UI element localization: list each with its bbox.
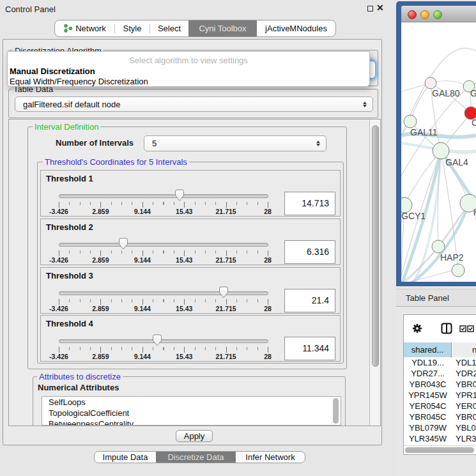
table-panel-title: Table Panel: [406, 293, 449, 303]
network-icon: [63, 24, 73, 33]
popup-item-manual-discretization[interactable]: Manual Discretization: [10, 66, 95, 76]
table-row[interactable]: YPR145WYPR1...: [404, 390, 476, 401]
slider-thumb[interactable]: [152, 334, 162, 346]
minimize-traffic-light[interactable]: [420, 10, 429, 19]
threshold-4-slider[interactable]: [59, 339, 268, 343]
tab-infer-network[interactable]: Infer Network: [236, 452, 305, 463]
threshold-1-panel: Threshold 1 -3.426 2.859 9.144 15.43 21.…: [40, 170, 341, 217]
column-header-name[interactable]: na: [452, 342, 476, 357]
threshold-2-label: Threshold 2: [46, 222, 93, 232]
node-label-hap2: HAP2: [440, 252, 464, 263]
tab-select[interactable]: Select: [150, 20, 188, 36]
table-toolbar: [404, 315, 476, 342]
threshold-3-panel: Threshold 3 -3.426 2.859 9.144 15.43 21.…: [40, 267, 341, 314]
close-icon[interactable]: ✕: [376, 3, 384, 13]
select-columns-icon[interactable]: [459, 325, 475, 332]
number-of-intervals-combobox[interactable]: 5: [144, 135, 326, 151]
network-canvas[interactable]: GAL80 G C GAL11 GAL4 GCY1 H HAP2: [401, 22, 476, 282]
table-data-combobox[interactable]: galFiltered.sif default node: [15, 96, 373, 112]
table-data-value: galFiltered.sif default node: [15, 100, 360, 109]
number-of-intervals-value: 5: [144, 139, 313, 148]
numerical-attributes-label: Numerical Attributes: [38, 383, 119, 392]
vertical-scrollbar[interactable]: [369, 119, 380, 426]
scrollbar-thumb[interactable]: [405, 447, 474, 453]
table-panel-card: shared... na YDL19...YDL1... YDR27...YDR…: [403, 314, 476, 455]
slider-thumb[interactable]: [118, 238, 128, 250]
node-label-g: G: [470, 88, 476, 98]
node-label-gal4: GAL4: [445, 157, 468, 167]
threshold-2-slider[interactable]: [59, 243, 268, 247]
node-label-c: C: [472, 118, 476, 128]
slider-ticks: [59, 347, 269, 353]
table-row[interactable]: YLR345WYLR3...: [404, 434, 476, 445]
algorithm-dropdown-popup: Select algorithm to view settings Manual…: [7, 51, 370, 87]
threshold-2-value[interactable]: 6.316: [284, 240, 335, 264]
node-label-gcy1: GCY1: [401, 211, 426, 221]
slider-ticks: [59, 299, 269, 305]
zoom-traffic-light[interactable]: [433, 10, 442, 19]
threshold-3-slider[interactable]: [59, 291, 268, 295]
slider-thumb[interactable]: [219, 286, 229, 298]
interval-definition-label: Interval Definition: [33, 122, 100, 132]
node-label-gal80: GAL80: [432, 88, 460, 98]
slider-ticks: [59, 202, 269, 208]
threshold-1-value[interactable]: 14.713: [284, 192, 335, 215]
network-graph: GAL80 G C GAL11 GAL4 GCY1 H HAP2: [401, 22, 476, 282]
threshold-3-value[interactable]: 21.4: [284, 289, 335, 312]
threshold-1-slider[interactable]: [59, 194, 268, 198]
list-item[interactable]: SelfLoops: [42, 397, 341, 408]
gear-icon[interactable]: [412, 323, 422, 334]
threshold-3-label: Threshold 3: [46, 271, 93, 280]
list-scrollbar[interactable]: [333, 398, 339, 424]
node-bottom[interactable]: [452, 264, 464, 277]
slider-ticks: [59, 250, 269, 256]
list-item[interactable]: TopologicalCoefficient: [42, 408, 341, 418]
tab-network-label: Network: [75, 24, 106, 33]
table-row[interactable]: YDL19...YDL1...: [404, 358, 476, 369]
table-panel-header: Table Panel: [396, 289, 476, 307]
table-row[interactable]: YBR043CYBR0...: [404, 380, 476, 390]
horizontal-scrollbar[interactable]: [404, 445, 476, 453]
tab-impute-data[interactable]: Impute Data: [95, 452, 156, 463]
threshold-4-label: Threshold 4: [46, 319, 93, 328]
popup-placeholder: Select algorithm to view settings: [8, 56, 369, 65]
tab-network[interactable]: Network: [55, 20, 114, 36]
numerical-attributes-list[interactable]: SelfLoops TopologicalCoefficient Between…: [42, 396, 341, 426]
apply-button[interactable]: Apply: [176, 430, 213, 442]
table-row[interactable]: YBL079WYBL0...: [404, 423, 476, 434]
combo-stepper-icon: [313, 141, 323, 146]
float-window-icon[interactable]: [367, 6, 373, 12]
threshold-2-panel: Threshold 2 -3.426 2.859 9.144 15.43 21.…: [40, 219, 341, 265]
node-hap2[interactable]: [432, 240, 445, 253]
tab-discretize-data[interactable]: Discretize Data: [156, 452, 236, 463]
node-label-gal11: GAL11: [410, 127, 438, 137]
node-gal11[interactable]: [404, 115, 417, 128]
tab-jactivemnodules[interactable]: jActiveMNodules: [257, 20, 335, 36]
attributes-group-label: Attributes to discretize: [37, 372, 123, 381]
number-of-intervals-label: Number of Intervals: [56, 138, 134, 148]
tab-style[interactable]: Style: [115, 20, 150, 36]
panel-title: Control Panel: [5, 4, 56, 14]
column-header-shared[interactable]: shared...: [404, 342, 452, 357]
popup-item-equal-width[interactable]: Equal Width/Frequency Discretization: [10, 77, 148, 86]
list-item[interactable]: BetweennessCentrality: [42, 418, 341, 426]
bottom-tab-bar: Impute Data Discretize Data Infer Networ…: [94, 451, 305, 463]
network-window-titlebar[interactable]: [401, 6, 476, 22]
scrollbar-thumb[interactable]: [372, 125, 379, 367]
close-traffic-light[interactable]: [408, 10, 417, 19]
slider-thumb[interactable]: [174, 189, 185, 201]
table-row[interactable]: YBR045CYBR0...: [404, 412, 476, 423]
tab-cyni-toolbox[interactable]: Cyni Toolbox: [188, 20, 257, 36]
table-row[interactable]: YDR27...YDR2...: [404, 369, 476, 380]
top-tab-bar: Network Style Select Cyni Toolbox jActiv…: [54, 20, 336, 37]
table-row[interactable]: YER054CYER0...: [404, 401, 476, 412]
node-gal80[interactable]: [425, 77, 436, 89]
node-label-h: H: [473, 207, 476, 217]
column-view-icon[interactable]: [441, 323, 452, 334]
thresholds-group-label: Threshold's Coordinates for 5 Intervals: [43, 157, 189, 167]
control-panel-window: Control Panel ✕ Network Style Select Cyn…: [0, 0, 476, 476]
threshold-4-value[interactable]: 11.344: [284, 337, 335, 360]
settings-scrollpane: Interval Definition Number of Intervals …: [8, 119, 381, 426]
combo-stepper-icon: [360, 102, 370, 107]
threshold-4-panel: Threshold 4 -3.426 2.859 9.144 15.43 21.…: [40, 315, 341, 362]
